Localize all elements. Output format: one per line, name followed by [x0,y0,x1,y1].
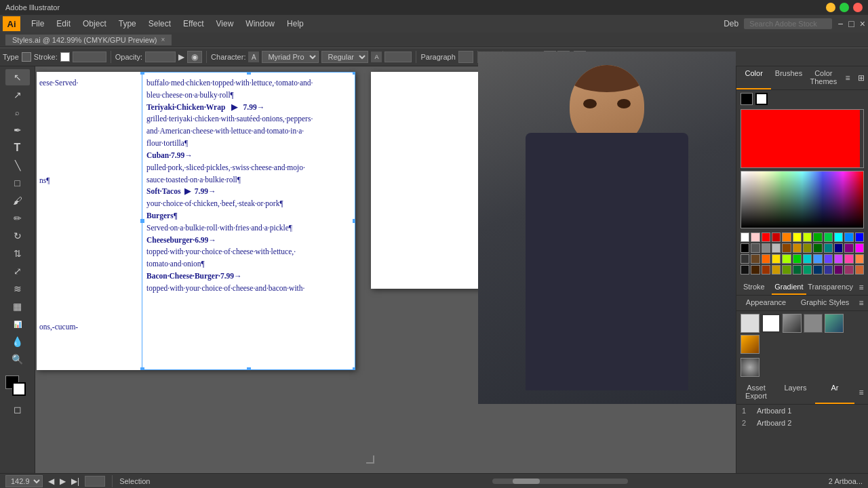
artboard-item-1[interactable]: 1 Artboard 1 [736,405,868,417]
swatch-light-pink[interactable] [751,232,760,242]
swatch-12[interactable] [834,254,843,264]
hsl-gradient[interactable] [741,171,864,228]
swatch-7[interactable] [782,254,791,264]
swatch-tan[interactable] [793,243,802,253]
panel-grid-icon[interactable]: ⊞ [854,66,868,89]
menu-window[interactable]: Window [240,18,280,30]
tab-graphic-styles[interactable]: Graphic Styles [795,296,854,310]
swatch-dark-red[interactable] [772,232,781,242]
line-tool[interactable]: ╲ [5,157,30,174]
handle-bl[interactable] [140,367,144,370]
swatch-r4-7[interactable] [803,265,812,274]
tab-appearance[interactable]: Appearance [736,296,795,310]
tab-color[interactable]: Color [736,66,771,89]
main-text-block[interactable]: buffalo·med·chicken·topped·with·lettuce,… [144,72,353,300]
swatch-blue[interactable] [855,232,864,242]
swatch-r4-10[interactable] [834,265,843,274]
swatch-orange[interactable] [782,232,791,242]
panel-menu-icon[interactable]: ≡ [841,66,854,89]
paragraph-options[interactable] [458,51,473,63]
swatch-r4-1[interactable] [741,265,749,274]
swatch-yellow[interactable] [793,232,802,242]
swatch-navy[interactable] [834,243,843,253]
menu-select[interactable]: Select [143,18,176,30]
doc-tab-close-icon[interactable]: × [161,36,165,43]
tab-transparency[interactable]: Transparency [806,280,854,295]
swatch-r4-11[interactable] [844,265,853,274]
paintbrush-tool[interactable]: 🖌 [5,192,30,209]
close-button[interactable] [853,3,863,12]
prev-page-button[interactable]: ◀ [48,476,54,486]
zoom-select[interactable]: 142.99% [5,475,43,487]
swatch-bright-green[interactable] [824,232,833,242]
gs-thumb-7[interactable] [741,358,760,377]
reflect-tool[interactable]: ⇅ [5,245,30,262]
tab-asset-export[interactable]: Asset Export [736,381,776,404]
opacity-arrow[interactable]: ▶ [178,52,184,62]
search-input[interactable] [744,18,832,29]
eyedropper-tool[interactable]: 💧 [5,333,30,350]
swatch-purple[interactable] [844,243,853,253]
handle-bm[interactable] [247,367,251,370]
graph-tool[interactable]: ▦ [5,298,30,314]
tab-color-themes[interactable]: Color Themes [806,66,841,89]
swatch-sky-blue[interactable] [844,232,853,242]
menu-file[interactable]: File [26,18,50,30]
swatch-r4-12[interactable] [855,265,864,274]
pencil-tool[interactable]: ✏ [5,210,30,226]
document-tab[interactable]: Styles.ai @ 142.99% (CMYK/GPU Preview) × [5,35,172,45]
page-number-input[interactable]: 1 [85,476,105,487]
font-size-input[interactable]: 12 pt [384,52,412,62]
type-tool[interactable]: T [5,140,30,156]
menu-help[interactable]: Help [281,18,309,30]
direct-select-tool[interactable]: ↗ [5,87,30,103]
close-icon[interactable]: × [860,18,865,29]
screen-mode[interactable]: ◻ [5,401,30,418]
menu-type[interactable]: Type [113,18,142,30]
artboard-panel-menu[interactable]: ≡ [854,381,868,404]
swatch-3[interactable] [741,254,749,264]
swatch-13[interactable] [844,254,853,264]
lasso-tool[interactable]: ⌕ [5,104,30,121]
tab-brushes[interactable]: Brushes [771,66,806,89]
swatch-r4-2[interactable] [751,265,760,274]
stroke-weight-input[interactable] [73,52,106,62]
menu-edit[interactable]: Edit [51,18,76,30]
swatch-11[interactable] [824,254,833,264]
swatch-gray[interactable] [762,243,770,253]
swatch-r4-6[interactable] [793,265,802,274]
swatch-6[interactable] [772,254,781,264]
swatch-4[interactable] [751,254,760,264]
artboard-item-2[interactable]: 2 Artboard 2 [736,417,868,429]
swatch-yellow-green[interactable] [803,232,812,242]
stroke-color-swatch[interactable] [60,52,70,62]
swatch-dark-green[interactable] [813,243,822,253]
swatch-white[interactable] [741,232,749,242]
minimize-button[interactable] [826,3,835,12]
gs-thumb-3[interactable] [783,314,802,333]
gs-thumb-6[interactable] [741,335,760,354]
font-style-select[interactable]: Regular [321,51,368,63]
swatch-r4-9[interactable] [824,265,833,274]
swatch-14[interactable] [855,254,864,264]
swatch-brown[interactable] [782,243,791,253]
feather-icon[interactable]: ◉ [187,51,202,63]
gs-thumb-2[interactable] [762,314,781,333]
rect-tool[interactable]: □ [5,175,30,191]
swatch-r4-5[interactable] [782,265,791,274]
fill-stroke-widget[interactable] [5,375,30,396]
swatch-green[interactable] [813,232,822,242]
handle-tr[interactable] [353,72,355,75]
gradient-canvas[interactable] [741,110,860,167]
column-graph-tool[interactable]: 📊 [5,316,30,332]
minimize-icon[interactable]: − [837,18,843,29]
tab-gradient[interactable]: Gradient [772,280,807,295]
stroke-panel-menu[interactable]: ≡ [854,280,868,295]
handle-br[interactable] [353,367,355,370]
page-resize-handle[interactable] [366,455,374,464]
gs-thumb-5[interactable] [825,314,844,333]
handle-mr[interactable] [353,219,355,223]
stroke-box[interactable] [12,382,26,396]
h-scrollbar[interactable] [492,479,823,484]
warp-tool[interactable]: ≋ [5,281,30,297]
